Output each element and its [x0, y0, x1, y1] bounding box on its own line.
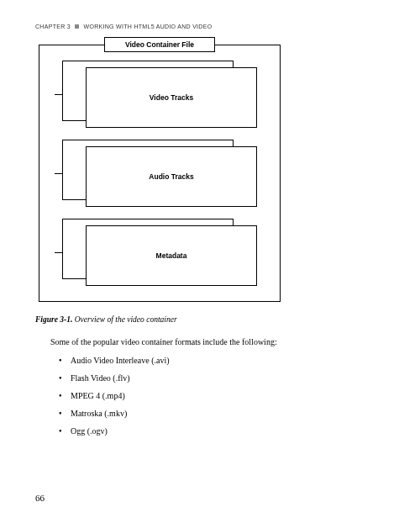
stack-video-tracks: Video Tracks [62, 61, 257, 128]
card-label: Audio Tracks [149, 172, 193, 181]
square-separator-icon [75, 24, 79, 29]
formats-list: Audio Video Interleave (.avi) Flash Vide… [71, 354, 385, 437]
container-title: Video Container File [104, 37, 215, 52]
card-label: Metadata [156, 251, 187, 260]
list-item: Matroska (.mkv) [71, 407, 385, 420]
running-header: CHAPTER 3 WORKING WITH HTML5 AUDIO AND V… [35, 24, 385, 29]
list-item: Flash Video (.flv) [71, 372, 385, 384]
card-front: Video Tracks [86, 67, 257, 128]
chapter-title: WORKING WITH HTML5 AUDIO AND VIDEO [84, 24, 213, 29]
stack-audio-tracks: Audio Tracks [62, 140, 257, 207]
page-number: 66 [35, 493, 45, 503]
chapter-number: CHAPTER 3 [35, 24, 71, 29]
video-container-box: Video Container File Video Tracks Audio … [39, 45, 281, 302]
stack-metadata: Metadata [62, 219, 257, 286]
figure-diagram: Video Container File Video Tracks Audio … [39, 45, 385, 302]
card-front: Audio Tracks [86, 146, 257, 207]
lead-in-text: Some of the popular video container form… [50, 336, 385, 349]
list-item: MPEG 4 (.mp4) [71, 389, 385, 402]
card-label: Video Tracks [150, 93, 193, 102]
figure-title: Overview of the video container [75, 315, 177, 324]
list-item: Audio Video Interleave (.avi) [71, 354, 385, 367]
figure-label: Figure 3-1. [35, 315, 72, 324]
connector-line [55, 94, 62, 95]
card-front: Metadata [86, 225, 257, 286]
connector-line [55, 173, 62, 174]
figure-caption: Figure 3-1. Overview of the video contai… [35, 315, 385, 324]
connector-line [55, 252, 62, 253]
list-item: Ogg (.ogv) [71, 425, 385, 437]
